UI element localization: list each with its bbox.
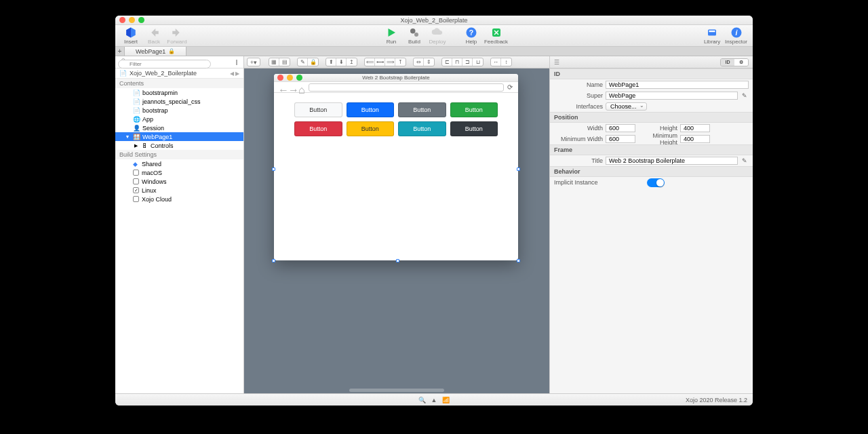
- library-button[interactable]: Library: [702, 26, 722, 45]
- id-section-heading: ID: [550, 68, 753, 79]
- add-control-button[interactable]: +▾: [247, 58, 260, 66]
- tree-item-session[interactable]: 👤Session: [115, 123, 243, 132]
- tab-bar: + WebPage1 🔒: [115, 47, 753, 56]
- selection-handle[interactable]: [272, 167, 275, 171]
- selection-handle[interactable]: [396, 259, 399, 262]
- order-fwd-icon[interactable]: ↥: [347, 58, 357, 66]
- height-field[interactable]: 400: [680, 124, 710, 132]
- tab-webpage1[interactable]: WebPage1 🔒: [125, 47, 186, 56]
- designed-button[interactable]: Button: [347, 121, 395, 136]
- zoom-icon[interactable]: [138, 17, 144, 23]
- edit-super-icon[interactable]: ✎: [741, 92, 749, 99]
- feedback-button[interactable]: Feedback: [484, 26, 508, 45]
- min-width-field[interactable]: 600: [606, 135, 635, 143]
- run-button[interactable]: Run: [381, 26, 401, 45]
- inspector-button[interactable]: i Inspector: [725, 26, 747, 45]
- help-button[interactable]: ? Help: [461, 26, 481, 45]
- position-section-heading: Position: [550, 112, 753, 123]
- nav-back-icon[interactable]: ◀: [230, 71, 234, 77]
- size-h-icon[interactable]: ↕: [501, 58, 511, 66]
- implicit-instance-switch[interactable]: [647, 178, 665, 187]
- browser-home-icon[interactable]: ⌂: [298, 84, 305, 91]
- dist-left-icon[interactable]: ⊏: [442, 58, 452, 66]
- lock2-icon[interactable]: 🔒: [308, 58, 318, 66]
- designed-button[interactable]: Button: [398, 102, 446, 117]
- insert-button[interactable]: Insert: [121, 26, 141, 45]
- tree-item-bootstrapmin[interactable]: 📄bootstrapmin: [115, 88, 243, 97]
- dist-right-icon[interactable]: ⊐: [462, 58, 473, 66]
- browser-url-field[interactable]: [309, 83, 504, 92]
- gear-mode-icon[interactable]: ⚙: [734, 59, 748, 66]
- pause-filter-icon[interactable]: ‖: [233, 59, 241, 65]
- super-field[interactable]: WebPage: [606, 92, 738, 100]
- interfaces-popup[interactable]: Choose...: [606, 102, 647, 111]
- inspector-menu-icon[interactable]: ☰: [554, 59, 559, 66]
- align-grid-icon[interactable]: ▦: [269, 58, 279, 66]
- designed-button[interactable]: Button: [450, 121, 498, 136]
- traffic-lights[interactable]: [119, 17, 144, 23]
- id-mode-icon[interactable]: ID: [721, 59, 734, 66]
- selection-handle[interactable]: [272, 259, 275, 262]
- tree-item-controls[interactable]: ▶🎚Controls: [115, 141, 243, 150]
- designed-button[interactable]: Button: [347, 102, 395, 117]
- warnings-icon[interactable]: ▲: [431, 397, 437, 403]
- align-right-icon[interactable]: ⟹: [385, 58, 395, 66]
- order-back-icon[interactable]: ⬇: [336, 58, 347, 66]
- build-target-xojo-cloud[interactable]: Xojo Cloud: [115, 195, 243, 203]
- designed-button[interactable]: Button: [398, 121, 446, 136]
- designed-button[interactable]: Button: [294, 121, 342, 136]
- align-center-icon[interactable]: ⟷: [375, 58, 385, 66]
- rss-icon[interactable]: 📶: [442, 397, 450, 403]
- browser-reload-icon[interactable]: ⟳: [507, 83, 514, 91]
- size-w-icon[interactable]: ↔: [491, 58, 501, 66]
- tree-item-jeannots_special_css[interactable]: 📄jeannots_special_css: [115, 97, 243, 106]
- svg-text:?: ?: [469, 28, 473, 37]
- order-front-icon[interactable]: ⬆: [326, 58, 336, 66]
- horizontal-scrollbar[interactable]: [349, 389, 444, 392]
- lock-icon: 🔒: [168, 48, 175, 54]
- inspector-mode-toggle[interactable]: ID ⚙: [720, 58, 749, 66]
- build-target-macos[interactable]: macOS: [115, 168, 243, 177]
- tree-item-bootstrap[interactable]: 📄bootstrap: [115, 106, 243, 115]
- dist-c-icon[interactable]: ⊓: [452, 58, 462, 66]
- build-target-windows[interactable]: Windows: [115, 177, 243, 186]
- browser-back-icon[interactable]: ←: [278, 84, 285, 91]
- project-header[interactable]: 📄 Xojo_Web_2_Boilerplate ◀▶: [115, 68, 243, 79]
- feedback-icon: [490, 26, 502, 39]
- selection-handle[interactable]: [517, 167, 520, 171]
- min-height-field[interactable]: 400: [680, 135, 710, 143]
- title-field[interactable]: Web 2 Bootstrap Boilerplate: [606, 157, 738, 165]
- width-field[interactable]: 600: [606, 124, 635, 132]
- deploy-button[interactable]: Deploy: [427, 26, 448, 45]
- browser-forward-icon[interactable]: →: [288, 84, 295, 91]
- align-left-icon[interactable]: ⟸: [365, 58, 375, 66]
- lock-icon[interactable]: ✎: [298, 58, 308, 66]
- build-target-shared[interactable]: ◆Shared: [115, 159, 243, 168]
- build-target-linux[interactable]: Linux: [115, 186, 243, 195]
- name-field[interactable]: WebPage1: [606, 81, 749, 89]
- space-h-icon[interactable]: ⇔: [414, 58, 424, 66]
- minimize-icon[interactable]: [129, 17, 135, 23]
- align-guides-icon[interactable]: ▤: [279, 58, 290, 66]
- search-status-icon[interactable]: 🔍: [418, 397, 426, 403]
- tree-item-webpage1[interactable]: ▼🪟WebPage1: [115, 132, 243, 141]
- back-button[interactable]: Back: [144, 26, 164, 45]
- window-title: Xojo_Web_2_Boilerplate: [401, 17, 468, 24]
- add-tab-button[interactable]: +: [115, 47, 125, 56]
- filter-input[interactable]: [118, 60, 211, 68]
- align-top-icon[interactable]: ⤒: [395, 58, 406, 66]
- space-v-icon[interactable]: ⇕: [424, 58, 434, 66]
- nav-fwd-icon[interactable]: ▶: [235, 71, 239, 77]
- selection-handle[interactable]: [517, 259, 520, 262]
- close-icon[interactable]: [119, 17, 125, 23]
- tree-item-app[interactable]: 🌐App: [115, 115, 243, 123]
- designed-window[interactable]: Web 2 Bootstrap Boilerplate ← → ⌂ ⟳ Butt…: [274, 74, 518, 260]
- designed-button[interactable]: Button: [294, 102, 342, 117]
- edit-title-icon[interactable]: ✎: [741, 157, 749, 164]
- forward-button[interactable]: Forward: [167, 26, 187, 45]
- dist-t-icon[interactable]: ⊔: [473, 58, 483, 66]
- arrow-right-icon: [171, 26, 183, 39]
- designed-button[interactable]: Button: [450, 102, 498, 117]
- build-button[interactable]: Build: [404, 26, 425, 45]
- designed-addressbar: ← → ⌂ ⟳: [274, 82, 518, 93]
